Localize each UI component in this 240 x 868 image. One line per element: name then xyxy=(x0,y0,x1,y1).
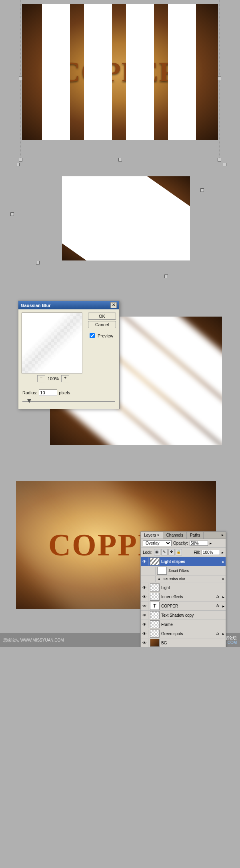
gaussian-blur-dialog: Gaussian Blur ✕ − 100% + OK Cancel xyxy=(18,301,120,409)
transform-handle[interactable] xyxy=(19,77,22,80)
layer-row[interactable]: 👁Green spotsfx▸ xyxy=(141,629,226,638)
expand-arrow-icon[interactable]: ▸ xyxy=(221,604,226,608)
slider-thumb[interactable] xyxy=(27,399,31,403)
canvas-step2: COPPER xyxy=(62,176,190,260)
skew-handle[interactable] xyxy=(223,163,226,166)
zoom-in-button[interactable]: + xyxy=(61,375,69,382)
radius-input[interactable] xyxy=(39,390,57,396)
skew-handle[interactable] xyxy=(200,188,204,192)
chevron-down-icon[interactable]: ▸ xyxy=(222,550,224,555)
chevron-down-icon[interactable]: ▸ xyxy=(210,541,212,545)
skew-handle[interactable] xyxy=(164,275,168,278)
skew-handle[interactable] xyxy=(10,212,14,216)
fx-indicator[interactable]: fx xyxy=(215,632,221,636)
layer-thumb xyxy=(150,583,160,591)
layer-row[interactable]: ●Gaussian Blur≡ xyxy=(141,575,226,583)
ok-button[interactable]: OK xyxy=(88,313,116,320)
layer-thumb xyxy=(150,557,160,565)
layer-name: Text Shadow copy xyxy=(161,613,226,618)
panel-menu-icon[interactable]: ▸ xyxy=(220,532,226,539)
layer-name: Inner effects xyxy=(161,595,215,599)
lock-pixels-icon[interactable]: ✎ xyxy=(161,549,168,555)
transform-handle[interactable] xyxy=(19,158,22,161)
layer-row[interactable]: 👁TCOPPERfx▸ xyxy=(141,602,226,611)
layer-thumb xyxy=(150,639,160,647)
lock-label: Lock: xyxy=(143,550,152,555)
visibility-eye-icon[interactable]: 👁 xyxy=(141,611,148,619)
tab-paths[interactable]: Paths xyxy=(187,532,204,539)
visibility-eye-icon[interactable]: 👁 xyxy=(141,593,148,601)
lock-transparency-icon[interactable]: ▦ xyxy=(154,549,160,555)
layer-name: Frame xyxy=(161,622,226,627)
layer-row[interactable]: 👁Frame xyxy=(141,620,226,629)
fill-label: Fill: xyxy=(194,550,200,555)
transform-handle[interactable] xyxy=(218,77,221,80)
layer-row[interactable]: Smart Filters xyxy=(141,566,226,575)
visibility-eye-icon[interactable]: 👁 xyxy=(141,602,148,610)
opacity-field[interactable]: 50% xyxy=(190,541,208,546)
layer-thumb xyxy=(150,620,160,628)
transform-handle[interactable] xyxy=(218,158,221,161)
visibility-eye-icon[interactable]: 👁 xyxy=(141,557,148,565)
radius-unit: pixels xyxy=(59,390,70,395)
fx-indicator[interactable]: fx xyxy=(215,595,221,599)
layer-thumb xyxy=(157,567,167,575)
lock-position-icon[interactable]: ✥ xyxy=(168,549,175,555)
preview-checkbox-row[interactable]: Preview xyxy=(88,332,116,339)
layer-row[interactable]: 👁Inner effectsfx▸ xyxy=(141,592,226,602)
step4-final-result: COPPER Layers × Channels Paths ▸ Overlay… xyxy=(16,481,224,629)
step1-vertical-stripes: COPPER xyxy=(12,4,228,140)
layer-row[interactable]: 👁Text Shadow copy xyxy=(141,611,226,620)
layer-row[interactable]: 👁Light xyxy=(141,583,226,592)
radius-slider[interactable] xyxy=(22,398,115,405)
panel-tabs: Layers × Channels Paths ▸ xyxy=(141,532,226,539)
copper-text: COPPER xyxy=(60,56,180,88)
expand-arrow-icon[interactable]: ▸ xyxy=(221,595,226,599)
watermark-left: 思缘论坛 WWW.MISSYUAN.COM xyxy=(3,638,64,643)
layer-row[interactable]: 👁BG xyxy=(141,638,226,647)
tab-layers[interactable]: Layers × xyxy=(141,532,163,539)
step3-gaussian-blur: Gaussian Blur ✕ − 100% + OK Cancel xyxy=(18,301,222,461)
lock-all-icon[interactable]: 🔒 xyxy=(176,549,182,555)
layer-thumb xyxy=(150,630,160,638)
skew-handle[interactable] xyxy=(16,163,20,166)
layer-name: Light stripes xyxy=(161,559,221,564)
tab-channels[interactable]: Channels xyxy=(163,532,187,539)
visibility-eye-icon[interactable] xyxy=(148,576,156,582)
radius-label: Radius: xyxy=(22,390,37,395)
visibility-eye-icon[interactable]: 👁 xyxy=(141,639,148,647)
zoom-value: 100% xyxy=(48,376,59,381)
preview-checkbox[interactable] xyxy=(90,333,95,338)
layer-thumb xyxy=(150,593,160,601)
layers-panel: Layers × Channels Paths ▸ Overlay Opacit… xyxy=(140,531,226,647)
expand-arrow-icon[interactable]: ▸ xyxy=(221,632,226,636)
layer-list: 👁Light stripes▸Smart Filters●Gaussian Bl… xyxy=(141,557,226,647)
visibility-eye-icon[interactable]: 👁 xyxy=(141,620,148,628)
fx-indicator[interactable]: ≡ xyxy=(220,577,226,581)
blur-preview[interactable] xyxy=(22,313,82,373)
cancel-button[interactable]: Cancel xyxy=(88,321,116,328)
layer-thumb xyxy=(150,611,160,619)
layer-name: Green spots xyxy=(161,632,215,636)
preview-label: Preview xyxy=(98,333,113,338)
transform-handle[interactable] xyxy=(118,158,122,161)
blend-mode-select[interactable]: Overlay xyxy=(143,540,172,546)
zoom-out-button[interactable]: − xyxy=(37,375,45,382)
close-icon[interactable]: ✕ xyxy=(110,302,117,308)
dialog-titlebar[interactable]: Gaussian Blur ✕ xyxy=(18,301,119,309)
layer-name: COPPER xyxy=(161,604,215,608)
visibility-eye-icon[interactable]: 👁 xyxy=(141,630,148,638)
fx-indicator[interactable]: fx xyxy=(215,604,221,608)
visibility-eye-icon[interactable]: 👁 xyxy=(141,583,148,591)
layer-name: Smart Filters xyxy=(168,569,226,573)
skew-handle[interactable] xyxy=(36,261,40,264)
visibility-eye-icon[interactable] xyxy=(148,567,156,575)
fill-field[interactable]: 100% xyxy=(202,550,220,555)
layer-row[interactable]: 👁Light stripes▸ xyxy=(141,557,226,566)
white-stripe xyxy=(126,4,154,140)
layer-name: Light xyxy=(161,585,226,590)
text-layer-thumb: T xyxy=(150,602,160,610)
white-stripe xyxy=(42,4,70,140)
expand-arrow-icon[interactable]: ▸ xyxy=(221,559,226,564)
white-stripe xyxy=(168,4,196,140)
